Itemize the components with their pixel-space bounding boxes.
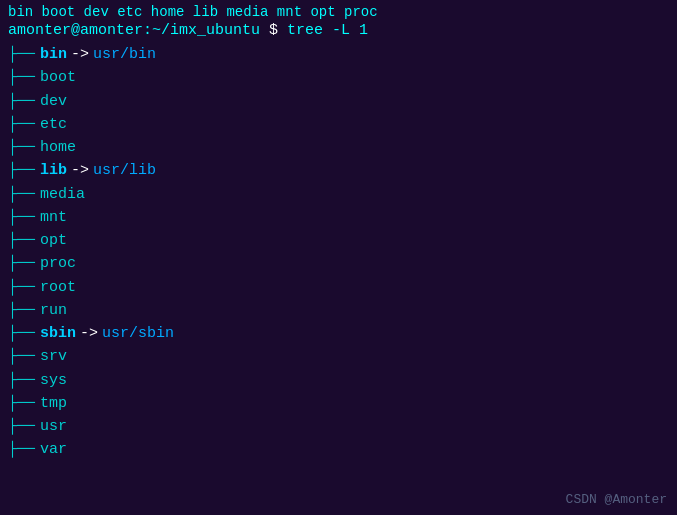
tree-line: ├── lib -> usr/lib <box>8 159 669 182</box>
link-target: usr/sbin <box>102 322 174 345</box>
prompt-line: amonter@amonter:~/imx_ubuntu $ tree -L 1 <box>8 22 669 39</box>
entry-name: boot <box>40 66 76 89</box>
entry-name: sys <box>40 369 67 392</box>
branch-char: ├── <box>8 276 36 299</box>
branch-char: ├── <box>8 322 36 345</box>
branch-char: ├── <box>8 113 36 136</box>
entry-name: dev <box>40 90 67 113</box>
tree-line: ├── var <box>8 438 669 461</box>
watermark: CSDN @Amonter <box>566 492 667 507</box>
link-arrow: -> <box>71 159 89 182</box>
branch-char: ├── <box>8 183 36 206</box>
tree-output: ├── bin -> usr/bin├── boot├── dev├── etc… <box>8 43 669 462</box>
tree-line: ├── dev <box>8 90 669 113</box>
entry-name: tmp <box>40 392 67 415</box>
tree-line: ├── run <box>8 299 669 322</box>
branch-char: ├── <box>8 369 36 392</box>
tree-line: ├── sys <box>8 369 669 392</box>
entry-name: run <box>40 299 67 322</box>
branch-char: ├── <box>8 136 36 159</box>
branch-char: ├── <box>8 206 36 229</box>
entry-name: opt <box>40 229 67 252</box>
top-bar: bin boot dev etc home lib media mnt opt … <box>8 4 669 20</box>
entry-name: usr <box>40 415 67 438</box>
entry-name: proc <box>40 252 76 275</box>
entry-name: sbin <box>40 322 76 345</box>
top-bar-text: bin boot dev etc home lib media mnt opt … <box>8 4 378 20</box>
tree-line: ├── mnt <box>8 206 669 229</box>
tree-line: ├── home <box>8 136 669 159</box>
branch-char: ├── <box>8 90 36 113</box>
tree-line: ├── opt <box>8 229 669 252</box>
link-target: usr/lib <box>93 159 156 182</box>
prompt-path: :~/imx_ubuntu <box>143 22 260 39</box>
entry-name: root <box>40 276 76 299</box>
entry-name: home <box>40 136 76 159</box>
tree-line: ├── bin -> usr/bin <box>8 43 669 66</box>
terminal: bin boot dev etc home lib media mnt opt … <box>0 0 677 515</box>
branch-char: ├── <box>8 345 36 368</box>
branch-char: ├── <box>8 438 36 461</box>
branch-char: ├── <box>8 415 36 438</box>
entry-name: var <box>40 438 67 461</box>
entry-name: srv <box>40 345 67 368</box>
command-text: tree -L 1 <box>287 22 368 39</box>
tree-line: ├── media <box>8 183 669 206</box>
tree-line: ├── proc <box>8 252 669 275</box>
branch-char: ├── <box>8 299 36 322</box>
tree-line: ├── root <box>8 276 669 299</box>
link-arrow: -> <box>80 322 98 345</box>
entry-name: bin <box>40 43 67 66</box>
tree-line: ├── srv <box>8 345 669 368</box>
branch-char: ├── <box>8 252 36 275</box>
branch-char: ├── <box>8 66 36 89</box>
tree-line: ├── usr <box>8 415 669 438</box>
branch-char: ├── <box>8 392 36 415</box>
link-arrow: -> <box>71 43 89 66</box>
entry-name: mnt <box>40 206 67 229</box>
branch-char: ├── <box>8 43 36 66</box>
entry-name: lib <box>40 159 67 182</box>
tree-line: ├── etc <box>8 113 669 136</box>
prompt-symbol: $ <box>260 22 287 39</box>
branch-char: ├── <box>8 229 36 252</box>
tree-line: ├── tmp <box>8 392 669 415</box>
link-target: usr/bin <box>93 43 156 66</box>
entry-name: etc <box>40 113 67 136</box>
tree-line: ├── boot <box>8 66 669 89</box>
entry-name: media <box>40 183 85 206</box>
branch-char: ├── <box>8 159 36 182</box>
tree-line: ├── sbin -> usr/sbin <box>8 322 669 345</box>
prompt-user: amonter@amonter <box>8 22 143 39</box>
